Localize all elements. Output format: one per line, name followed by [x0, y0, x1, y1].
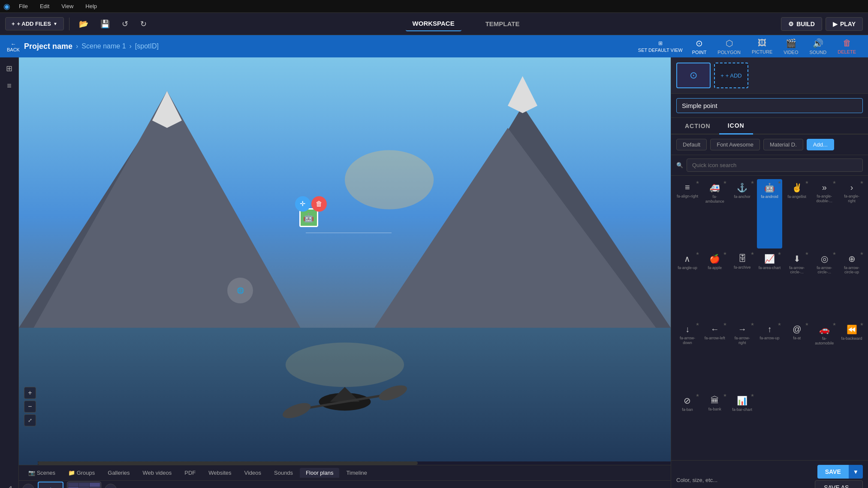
breadcrumb-scene[interactable]: Scene name 1	[81, 42, 126, 50]
polygon-tool-button[interactable]: ⬡ POLYGON	[712, 36, 746, 57]
save-button-toolbar[interactable]: 💾	[96, 17, 114, 31]
source-font-awesome-button[interactable]: Font Awesome	[710, 139, 760, 150]
icon-star-fa-arrow-up[interactable]: ★	[778, 322, 781, 326]
icon-cell-fa-anchor[interactable]: ★⚓fa-anchor	[729, 179, 755, 248]
icon-star-fa-ban[interactable]: ★	[696, 393, 699, 398]
icon-star-fa-arrow-circle-l[interactable]: ★	[832, 251, 836, 256]
icon-star-fa-angellist[interactable]: ★	[805, 180, 809, 185]
save-dropdown-arrow[interactable]: ▼	[849, 465, 863, 479]
icon-cell-fa-apple[interactable]: ★🍎fa-apple	[702, 250, 728, 320]
prev-arrow[interactable]: ‹	[22, 484, 34, 488]
icon-star-fa-arrow-left[interactable]: ★	[723, 322, 727, 326]
picture-tool-button[interactable]: 🖼 PICTURE	[747, 36, 778, 56]
template-tab[interactable]: TEMPLATE	[479, 16, 527, 31]
icon-cell-fa-arrow-circle-u[interactable]: ★⊕fa-arrow-circle-up	[839, 250, 865, 320]
icon-cell-fa-angle-up[interactable]: ★∧fa-angle-up	[675, 250, 700, 320]
redo-button[interactable]: ↻	[136, 17, 151, 31]
icon-cell-fa-android[interactable]: ★🤖fa-android	[757, 179, 783, 248]
add-files-button[interactable]: + + ADD FILES ▼	[5, 17, 64, 30]
play-button[interactable]: ▶ PLAY	[826, 17, 863, 31]
icon-cell-fa-ambulance[interactable]: ★🚑fa-ambulance	[702, 179, 728, 248]
icon-cell-fa-bar-chart[interactable]: ★📊fa-bar-chart	[729, 392, 755, 457]
filter-sidebar-button[interactable]: ⊿	[2, 480, 17, 488]
set-default-view-button[interactable]: ⊞ SET DEFAULT VIEW	[638, 40, 683, 53]
icon-star-fa-at[interactable]: ★	[805, 322, 809, 326]
source-material-button[interactable]: Material D.	[763, 139, 803, 150]
horizontal-scrollbar[interactable]	[38, 461, 671, 465]
icon-star-fa-align-right[interactable]: ★	[696, 180, 699, 185]
tab-sounds[interactable]: Sounds	[268, 468, 299, 478]
save-as-button[interactable]: SAVE AS...	[815, 480, 863, 488]
icon-cell-fa-ban[interactable]: ★⊘fa-ban	[675, 392, 700, 457]
icon-star-fa-arrow-circle-u[interactable]: ★	[860, 251, 864, 256]
icon-star-fa-arrow-down[interactable]: ★	[696, 322, 699, 326]
source-default-button[interactable]: Default	[676, 139, 707, 150]
icon-star-fa-apple[interactable]: ★	[723, 251, 727, 256]
another-spot-marker[interactable]: 🌐	[227, 278, 253, 303]
tab-scenes[interactable]: 📷 Scenes	[22, 468, 61, 478]
icon-cell-fa-align-right[interactable]: ★≡fa-align-right	[675, 179, 700, 248]
icon-star-fa-arrow-circle[interactable]: ★	[805, 251, 809, 256]
tab-webvideos[interactable]: Web videos	[137, 468, 178, 478]
icon-star-fa-bank[interactable]: ★	[723, 393, 727, 398]
tab-pdf[interactable]: PDF	[178, 468, 202, 478]
tab-videos[interactable]: Videos	[238, 468, 267, 478]
icon-cell-fa-automobile[interactable]: ★🚗fa-automobile	[811, 321, 837, 390]
icon-cell-fa-archive[interactable]: ★🗄fa-archive	[729, 250, 755, 320]
icon-star-fa-android[interactable]: ★	[778, 180, 781, 185]
icon-cell-fa-angellist[interactable]: ★✌fa-angellist	[784, 179, 810, 248]
open-folder-button[interactable]: 📂	[75, 17, 93, 31]
icon-star-fa-ambulance[interactable]: ★	[723, 180, 727, 185]
add-point-thumbnail[interactable]: + + ADD	[714, 63, 748, 88]
icon-star-fa-automobile[interactable]: ★	[832, 322, 836, 326]
icon-cell-fa-angle-double[interactable]: ★»fa-angle-double-...	[811, 179, 837, 248]
icon-cell-fa-area-chart[interactable]: ★📈fa-area-chart	[757, 250, 783, 320]
point-tool-button[interactable]: ⊙ POINT	[687, 36, 712, 57]
floor-plan-1-thumb[interactable]: Floor plan 1	[67, 482, 101, 488]
icon-cell-fa-arrow-circle[interactable]: ★⬇fa-arrow-circle-...	[784, 250, 810, 320]
active-point-thumbnail[interactable]: ⊙	[676, 63, 711, 88]
next-arrow[interactable]: ›	[105, 484, 117, 488]
icon-star-fa-area-chart[interactable]: ★	[778, 251, 781, 256]
action-tab[interactable]: ACTION	[676, 118, 719, 134]
point-name-input[interactable]	[676, 98, 863, 113]
list-sidebar-button[interactable]: ≡	[2, 78, 17, 93]
zoom-out-button[interactable]: −	[24, 401, 36, 413]
tab-floorplans[interactable]: Floor plans	[300, 468, 339, 478]
icon-search-input[interactable]	[687, 159, 863, 172]
tab-websites[interactable]: Websites	[202, 468, 237, 478]
icon-tab[interactable]: ICON	[719, 118, 753, 135]
icon-cell-fa-arrow-down[interactable]: ★↓fa-arrow-down	[675, 321, 700, 390]
back-button[interactable]: ← BACK	[7, 41, 20, 52]
save-main-button[interactable]: SAVE	[817, 465, 849, 479]
icon-cell-fa-arrow-left[interactable]: ★←fa-arrow-left	[702, 321, 728, 390]
icon-cell-fa-arrow-right[interactable]: ★→fa-arrow-right	[729, 321, 755, 390]
tab-galleries[interactable]: Galleries	[102, 468, 136, 478]
icon-star-fa-arrow-right[interactable]: ★	[750, 322, 754, 326]
zoom-fit-button[interactable]: ⤢	[24, 414, 36, 426]
icon-star-fa-angle-up[interactable]: ★	[696, 251, 699, 256]
spot-move-handle[interactable]: ✛	[295, 196, 310, 212]
menu-edit[interactable]: Edit	[36, 2, 53, 10]
build-button[interactable]: ⚙ BUILD	[781, 17, 822, 31]
menu-view[interactable]: View	[58, 2, 77, 10]
tab-groups[interactable]: 📁 Groups	[62, 468, 101, 478]
icon-star-fa-anchor[interactable]: ★	[750, 180, 754, 185]
workspace-tab[interactable]: WORKSPACE	[406, 16, 461, 31]
icon-star-fa-archive[interactable]: ★	[750, 251, 754, 256]
source-add-button[interactable]: Add...	[807, 139, 834, 150]
add-floor-plan-thumb[interactable]: +	[38, 482, 63, 488]
icon-cell-fa-arrow-circle-l[interactable]: ★◎fa-arrow-circle-...	[811, 250, 837, 320]
sound-tool-button[interactable]: 🔊 SOUND	[804, 36, 832, 57]
icon-star-fa-bar-chart[interactable]: ★	[750, 393, 754, 398]
icon-cell-fa-backward[interactable]: ★⏪fa-backward	[839, 321, 865, 390]
icon-cell-fa-at[interactable]: ★@fa-at	[784, 321, 810, 390]
undo-button[interactable]: ↺	[118, 17, 133, 31]
scenes-sidebar-button[interactable]: ⊞	[2, 61, 17, 76]
tab-timeline[interactable]: Timeline	[340, 468, 373, 478]
icon-cell-fa-bank[interactable]: ★🏛fa-bank	[702, 392, 728, 457]
video-tool-button[interactable]: 🎬 VIDEO	[778, 36, 803, 57]
spot-delete-button[interactable]: 🗑	[311, 196, 327, 212]
menu-help[interactable]: Help	[82, 2, 100, 10]
menu-file[interactable]: File	[15, 2, 31, 10]
